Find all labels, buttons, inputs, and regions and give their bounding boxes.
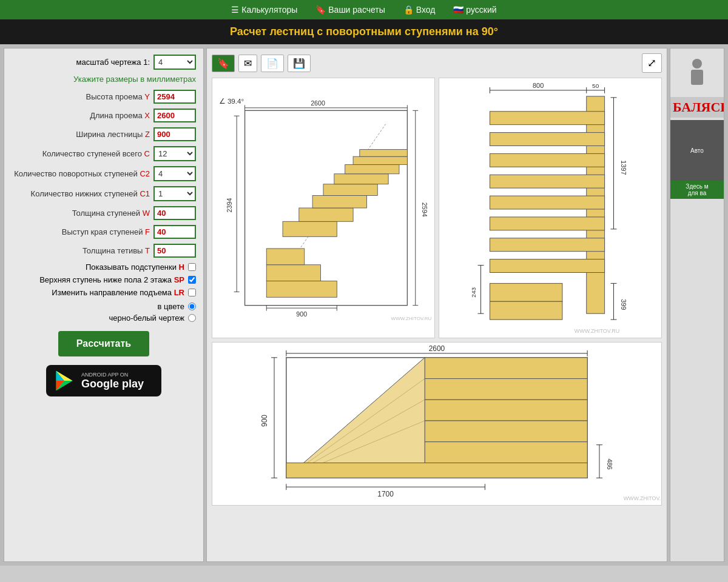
- field-label-c2: Количество поворотных ступеней С2: [12, 169, 150, 178]
- svg-text:900: 900: [296, 310, 307, 318]
- svg-rect-44: [490, 112, 604, 125]
- radio-color[interactable]: [188, 303, 196, 310]
- ad-text-red: БАЛЯСН: [673, 99, 724, 115]
- toolbar-save[interactable]: 💾: [288, 55, 311, 72]
- field-row-c2: Количество поворотных ступеней С2 4 3 5: [12, 166, 196, 181]
- field-row-c: Количество ступеней всего С 12 10 14: [12, 146, 196, 161]
- field-label-y: Высота проема Y: [12, 92, 150, 101]
- svg-text:∠ 39.4°: ∠ 39.4°: [219, 97, 244, 105]
- android-badge[interactable]: ANDROID APP ON Google play: [46, 365, 161, 396]
- svg-rect-60: [490, 283, 562, 301]
- checkbox-row-lr: Изменить направление подъема LR: [12, 288, 196, 297]
- ad-block-balyas[interactable]: БАЛЯСН: [670, 97, 724, 118]
- svg-text:2600: 2600: [429, 344, 445, 353]
- input-w[interactable]: [153, 206, 196, 220]
- checkbox-h[interactable]: [188, 263, 196, 271]
- input-y[interactable]: [153, 90, 196, 104]
- scale-select[interactable]: 4 2 5 10: [153, 55, 196, 70]
- size-hint: Укажите размеры в миллиметрах: [12, 75, 196, 84]
- checkbox-sp[interactable]: [188, 276, 196, 284]
- field-row-x: Длина проема X: [12, 109, 196, 122]
- checkbox-row-h: Показывать подступенки Н: [12, 263, 196, 272]
- checkbox-row-sp: Верхняя ступень ниже пола 2 этажа SP: [12, 275, 196, 284]
- field-row-z: Ширина лестницы Z: [12, 127, 196, 141]
- diagram-top-view: 2600: [212, 342, 662, 506]
- svg-text:800: 800: [533, 82, 544, 89]
- svg-text:2600: 2600: [311, 99, 325, 107]
- nav-calculators[interactable]: ☰ Калькуляторы: [231, 5, 297, 15]
- svg-rect-46: [490, 153, 604, 167]
- field-row-f: Выступ края ступеней F: [12, 225, 196, 239]
- svg-rect-82: [286, 463, 587, 478]
- badge-text-top: ANDROID APP ON: [81, 372, 144, 378]
- svg-text:486: 486: [606, 458, 613, 469]
- radio-label-bw: черно-белый чертеж: [109, 313, 184, 323]
- checkbox-lr[interactable]: [188, 289, 196, 296]
- svg-rect-97: [691, 70, 703, 85]
- nav-login[interactable]: 🔒 Вход: [403, 5, 436, 15]
- svg-marker-81: [286, 358, 425, 478]
- calculate-button[interactable]: Рассчитать: [58, 331, 149, 356]
- svg-rect-20: [345, 165, 399, 174]
- ad-text-green: Здесь мдля ва: [686, 183, 708, 196]
- field-row-y: Высота проема Y: [12, 90, 196, 104]
- diagrams-grid: ∠ 39.4° 2600: [212, 78, 662, 338]
- svg-text:900: 900: [260, 415, 269, 427]
- input-z[interactable]: [153, 127, 196, 141]
- toolbar-bookmark[interactable]: 🔖: [212, 55, 235, 72]
- ad-block-text[interactable]: Здесь мдля ва: [670, 181, 724, 199]
- field-row-w: Толщина ступеней W: [12, 206, 196, 220]
- badge-text-container: ANDROID APP ON Google play: [81, 372, 144, 390]
- scale-label: масштаб чертежа 1:: [76, 58, 150, 67]
- field-label-t: Толщина тетивы T: [12, 246, 150, 255]
- nav-language[interactable]: 🇷🇺 русский: [453, 5, 496, 15]
- field-label-w: Толщина ступеней W: [12, 209, 150, 218]
- svg-rect-72: [425, 358, 587, 379]
- svg-rect-17: [312, 195, 366, 208]
- radio-bw[interactable]: [188, 314, 196, 322]
- diagram-front-view: 800 50: [439, 78, 662, 338]
- svg-rect-12: [266, 281, 337, 298]
- svg-rect-19: [334, 174, 388, 184]
- field-label-c: Количество ступеней всего С: [12, 149, 150, 158]
- svg-rect-18: [323, 184, 377, 196]
- input-f[interactable]: [153, 225, 196, 239]
- center-panel: 🔖 ✉ 📄 💾 ⤢ ∠ 39.4° 2600: [206, 48, 667, 562]
- field-label-x: Длина проема X: [12, 111, 150, 120]
- svg-rect-75: [425, 421, 587, 442]
- top-navigation: ☰ Калькуляторы 🔖 Ваши расчеты 🔒 Вход 🇷🇺 …: [0, 0, 728, 19]
- select-c[interactable]: 12 10 14: [153, 146, 196, 161]
- svg-rect-74: [425, 400, 587, 421]
- diagram-svg-1: ∠ 39.4° 2600: [212, 78, 434, 338]
- toolbar-pdf[interactable]: 📄: [261, 55, 284, 72]
- radio-row-bw: черно-белый чертеж: [12, 313, 196, 323]
- checkbox-label-lr: Изменить направление подъема LR: [52, 288, 184, 297]
- svg-text:WWW.ZHITOV.RU: WWW.ZHITOV.RU: [391, 316, 432, 321]
- nav-my-calcs[interactable]: 🔖 Ваши расчеты: [315, 5, 385, 15]
- field-label-f: Выступ края ступеней F: [12, 227, 150, 236]
- svg-rect-49: [490, 217, 604, 230]
- scale-row: масштаб чертежа 1: 4 2 5 10: [12, 55, 196, 70]
- svg-rect-61: [490, 301, 562, 319]
- ad-caption-2: Авто: [690, 147, 704, 154]
- svg-text:WWW.ZHITOV.RU: WWW.ZHITOV.RU: [575, 328, 619, 334]
- svg-rect-45: [490, 133, 604, 146]
- toolbar-left: 🔖 ✉ 📄 💾: [212, 55, 311, 72]
- toolbar-fullscreen[interactable]: ⤢: [642, 53, 662, 73]
- badge-text-bottom: Google play: [81, 378, 144, 390]
- svg-text:50: 50: [592, 82, 599, 89]
- page-title: Расчет лестниц с поворотными ступенями н…: [0, 19, 728, 44]
- ad-image-1[interactable]: [670, 48, 724, 97]
- ad-image-2[interactable]: Авто: [670, 120, 724, 181]
- toolbar-email[interactable]: ✉: [238, 55, 257, 72]
- input-x[interactable]: [153, 109, 196, 122]
- diagram-svg-2: 800 50: [439, 78, 661, 338]
- svg-rect-22: [360, 150, 408, 157]
- svg-text:WWW.ZHITOV.RU: WWW.ZHITOV.RU: [624, 495, 661, 501]
- select-c2[interactable]: 4 3 5: [153, 166, 196, 181]
- input-t[interactable]: [153, 244, 196, 258]
- field-row-t: Толщина тетивы T: [12, 244, 196, 258]
- diagram-side-view: ∠ 39.4° 2600: [212, 78, 435, 338]
- select-c1[interactable]: 1 2 3: [153, 186, 196, 201]
- svg-text:2594: 2594: [421, 202, 428, 217]
